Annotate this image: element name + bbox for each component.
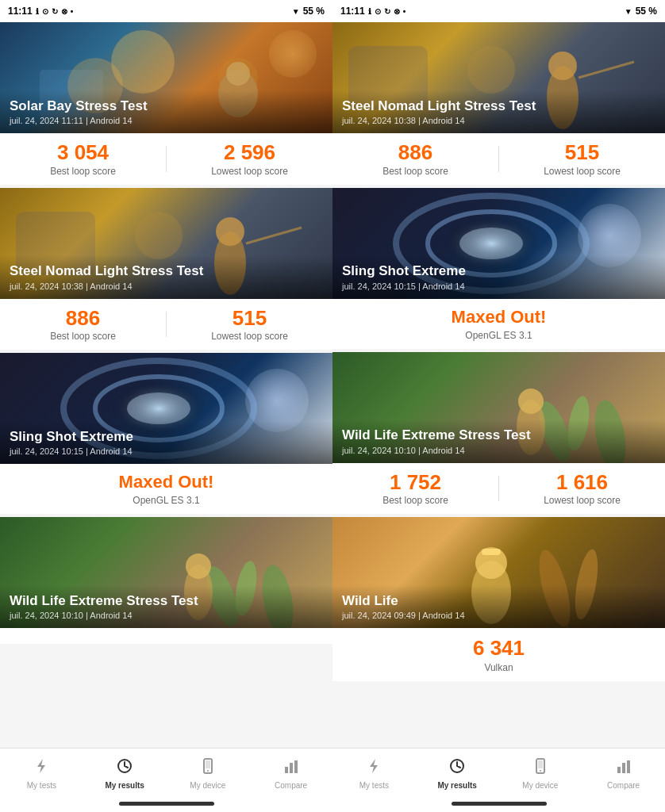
single-score-value: 6 341 xyxy=(332,636,665,661)
best-score-block: 3 054 Best loop score xyxy=(0,141,166,177)
phone-bottom: My tests My results My device Compare xyxy=(332,748,665,812)
card-wildlife-r[interactable]: Wild Life juil. 24, 2024 09:49 | Android… xyxy=(332,517,665,681)
lowest-score-label: Lowest loop score xyxy=(499,495,665,506)
status-right: ▼ 55 % xyxy=(625,6,657,17)
svg-point-6 xyxy=(135,212,183,259)
status-wifi: ▼ xyxy=(292,7,300,16)
svg-line-10 xyxy=(246,228,302,243)
card-image: Solar Bay Stress Test juil. 24, 2024 11:… xyxy=(0,22,332,133)
nav-icon-my-tests-r xyxy=(365,757,382,779)
card-image: Wild Life juil. 24, 2024 09:49 | Android… xyxy=(332,517,665,628)
svg-rect-25 xyxy=(285,767,288,773)
card-image: Steel Nomad Light Stress Test juil. 24, … xyxy=(0,188,332,299)
status-bar: 11:11 ℹ ⊙ ↻ ⊗ • ▼ 55 % xyxy=(0,0,332,22)
nav-label-my-results: My results xyxy=(105,781,144,790)
lowest-score-value: 1 616 xyxy=(499,471,665,494)
card-image: Sling Shot Extreme juil. 24, 2024 10:15 … xyxy=(332,188,665,299)
nav-item-my-results[interactable]: My results xyxy=(83,757,167,790)
card-solar-bay[interactable]: Solar Bay Stress Test juil. 24, 2024 11:… xyxy=(0,22,332,185)
nav-label-compare: Compare xyxy=(275,781,307,790)
svg-point-51 xyxy=(540,770,541,772)
svg-point-5 xyxy=(226,62,250,86)
card-overlay: Solar Bay Stress Test juil. 24, 2024 11:… xyxy=(0,90,332,133)
nav-label-my-device: My device xyxy=(190,781,225,790)
status-time: 11:11 xyxy=(8,6,33,17)
svg-rect-26 xyxy=(290,763,293,773)
card-wildlife-extreme[interactable]: Wild Life Extreme Stress Test juil. 24, … xyxy=(0,517,332,644)
card-overlay: Sling Shot Extreme juil. 24, 2024 10:15 … xyxy=(0,421,332,464)
card-wildlife-extreme-r[interactable]: Wild Life Extreme Stress Test juil. 24, … xyxy=(332,352,665,515)
phone-right: 11:11 ℹ ⊙ ↻ ⊗ • ▼ 55 % Steel Nomad Light… xyxy=(332,0,665,812)
scroll-content[interactable]: Solar Bay Stress Test juil. 24, 2024 11:… xyxy=(0,22,332,748)
lowest-score-value: 515 xyxy=(167,307,332,330)
status-icon-dot: • xyxy=(71,7,74,16)
svg-rect-54 xyxy=(627,760,630,773)
best-score-block: 886 Best loop score xyxy=(332,141,498,177)
status-left: 11:11 ℹ ⊙ ↻ ⊗ • xyxy=(340,6,406,17)
card-title: Wild Life xyxy=(342,593,655,609)
compare-icon xyxy=(283,757,300,775)
status-icon-sync: ↻ xyxy=(384,7,390,16)
card-sling-shot-r[interactable]: Sling Shot Extreme juil. 24, 2024 10:15 … xyxy=(332,188,665,349)
card-scores: 886 Best loop score 515 Lowest loop scor… xyxy=(332,133,665,185)
nav-item-compare-r[interactable]: Compare xyxy=(582,757,665,790)
card-title: Wild Life Extreme Stress Test xyxy=(342,427,655,443)
svg-point-41 xyxy=(518,389,544,414)
nav-item-my-tests-r[interactable]: My tests xyxy=(332,757,416,790)
status-right: ▼ 55 % xyxy=(292,6,325,17)
nav-item-my-tests[interactable]: My tests xyxy=(0,757,83,790)
my-results-icon xyxy=(448,757,466,775)
single-score-label: Vulkan xyxy=(332,662,665,673)
status-icon-motorola: ⊗ xyxy=(61,7,67,16)
status-icon-motorola: ⊗ xyxy=(394,7,400,16)
lowest-score-label: Lowest loop score xyxy=(167,166,332,177)
maxed-out-text: Maxed Out! xyxy=(332,307,665,327)
card-title: Steel Nomad Light Stress Test xyxy=(342,98,655,114)
my-results-icon xyxy=(116,757,133,775)
single-score-block: 6 341 Vulkan xyxy=(332,628,665,681)
svg-point-9 xyxy=(216,217,244,246)
svg-point-28 xyxy=(467,46,515,94)
compare-icon xyxy=(615,757,632,775)
best-score-value: 886 xyxy=(332,141,498,164)
maxed-out-sub: OpenGL ES 3.1 xyxy=(332,330,665,341)
nav-label-my-results-r: My results xyxy=(437,781,476,790)
nav-label-my-tests-r: My tests xyxy=(359,781,389,790)
nav-icon-my-results xyxy=(116,757,133,779)
card-title: Sling Shot Extreme xyxy=(342,263,655,279)
card-subtitle: juil. 24, 2024 10:38 | Android 14 xyxy=(10,282,323,291)
card-title: Steel Nomad Light Stress Test xyxy=(10,263,323,279)
best-score-block: 1 752 Best loop score xyxy=(332,471,498,507)
bottom-nav: My tests My results My device Compare xyxy=(332,748,665,799)
card-steel-nomad-light[interactable]: Steel Nomad Light Stress Test juil. 24, … xyxy=(0,188,332,350)
card-image: Sling Shot Extreme juil. 24, 2024 10:15 … xyxy=(0,353,332,464)
card-overlay: Sling Shot Extreme juil. 24, 2024 10:15 … xyxy=(332,255,665,298)
status-battery: 55 % xyxy=(636,6,657,17)
best-score-label: Best loop score xyxy=(0,331,166,342)
my-device-icon xyxy=(199,757,217,775)
my-device-icon xyxy=(532,757,549,775)
svg-rect-23 xyxy=(206,760,210,768)
card-subtitle: juil. 24, 2024 10:10 | Android 14 xyxy=(342,446,655,455)
best-score-value: 1 752 xyxy=(332,471,498,494)
svg-marker-47 xyxy=(370,759,378,773)
status-icon-info: ℹ xyxy=(36,7,39,16)
nav-item-compare[interactable]: Compare xyxy=(249,757,332,790)
nav-item-my-results-r[interactable]: My results xyxy=(416,757,499,790)
nav-item-my-device[interactable]: My device xyxy=(167,757,250,790)
status-icon-info: ℹ xyxy=(368,7,371,16)
nav-icon-my-results-r xyxy=(448,757,466,779)
lowest-score-block: 2 596 Lowest loop score xyxy=(167,141,332,177)
scroll-content[interactable]: Steel Nomad Light Stress Test juil. 24, … xyxy=(332,22,665,748)
phones-container: 11:11 ℹ ⊙ ↻ ⊗ • ▼ 55 % Solar Bay Stress … xyxy=(0,0,665,812)
status-wifi: ▼ xyxy=(625,7,632,16)
partial-space xyxy=(0,628,332,644)
card-title: Sling Shot Extreme xyxy=(10,429,323,445)
status-icon-location: ⊙ xyxy=(375,7,381,16)
card-steel-nomad-light-r[interactable]: Steel Nomad Light Stress Test juil. 24, … xyxy=(332,22,665,185)
lowest-score-value: 515 xyxy=(499,141,665,164)
card-subtitle: juil. 24, 2024 10:15 | Android 14 xyxy=(342,282,655,291)
svg-rect-50 xyxy=(538,760,543,768)
nav-item-my-device-r[interactable]: My device xyxy=(499,757,582,790)
card-sling-shot[interactable]: Sling Shot Extreme juil. 24, 2024 10:15 … xyxy=(0,353,332,514)
